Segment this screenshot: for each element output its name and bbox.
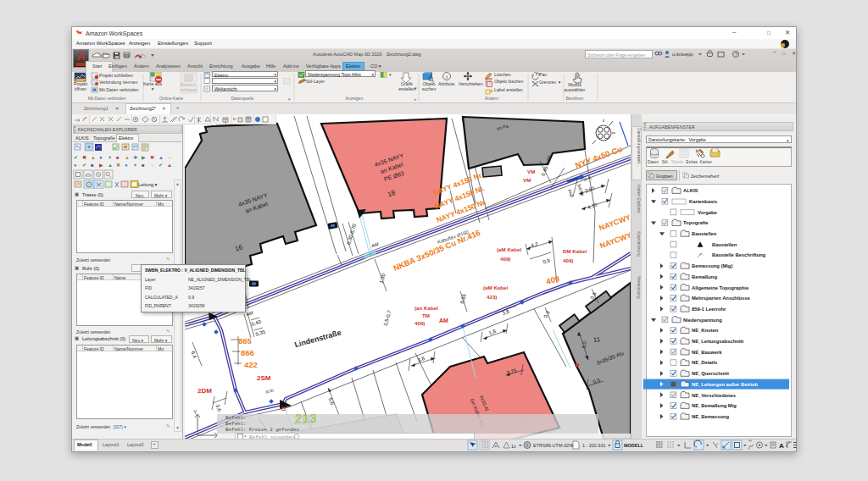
- svg-text:3,6: 3,6: [215, 404, 223, 413]
- svg-text:✖: ✖: [150, 155, 154, 160]
- svg-text:Baustelle Beschriftung: Baustelle Beschriftung: [712, 252, 766, 257]
- svg-text:4,10: 4,10: [587, 202, 598, 210]
- svg-text:NE_Verschiedenes: NE_Verschiedenes: [692, 393, 736, 398]
- svg-text:866: 866: [241, 348, 254, 357]
- svg-text:VM: VM: [523, 177, 531, 183]
- svg-text:■: ■: [116, 155, 120, 160]
- svg-text:NE_Knoten: NE_Knoten: [692, 328, 719, 333]
- svg-text:0,5-0,7: 0,5-0,7: [383, 309, 392, 326]
- svg-text:u.knoepp: u.knoepp: [672, 52, 693, 57]
- svg-text:ETRS89.UTM-32N: ETRS89.UTM-32N: [533, 443, 572, 448]
- svg-text:0,55: 0,55: [459, 293, 467, 305]
- svg-text:2,60: 2,60: [584, 185, 596, 194]
- svg-text:2DM: 2DM: [198, 387, 212, 395]
- svg-text:✔: ✔: [82, 163, 86, 168]
- svg-text:4,2: 4,2: [531, 241, 539, 248]
- svg-text:NE_Querschnitt: NE_Querschnitt: [692, 371, 729, 376]
- svg-text:865: 865: [238, 336, 253, 346]
- svg-text:▶: ▶: [142, 155, 146, 160]
- svg-text:Bemaßung: Bemaßung: [692, 274, 717, 279]
- svg-text:END: END: [567, 189, 574, 198]
- svg-text:→: →: [150, 163, 155, 168]
- svg-text:NAYCWY: NAYCWY: [598, 213, 631, 232]
- svg-text:NE_Leitungsabschnitt: NE_Leitungsabschnitt: [692, 339, 743, 344]
- svg-text:NAYCWY: NAYCWY: [598, 230, 631, 250]
- svg-text:AM: AM: [370, 241, 380, 249]
- svg-text:Kartenbasis: Kartenbasis: [689, 199, 717, 204]
- svg-text:Bemassung (Mig): Bemassung (Mig): [692, 263, 732, 268]
- svg-text:▶: ▶: [99, 163, 103, 168]
- svg-text:Baustellen: Baustellen: [712, 242, 737, 247]
- svg-text:Mehrsparten Anschlüsse: Mehrsparten Anschlüsse: [692, 296, 751, 301]
- svg-text:(aM Kabel: (aM Kabel: [497, 246, 522, 252]
- svg-text:AM: AM: [245, 310, 254, 318]
- svg-text:ALKIS: ALKIS: [683, 188, 698, 193]
- svg-text:(aM Kabel: (aM Kabel: [483, 285, 509, 290]
- svg-text:(0,6): (0,6): [265, 388, 275, 395]
- svg-text:✖: ✖: [116, 163, 120, 168]
- svg-text:5,6: 5,6: [328, 397, 336, 406]
- svg-text:Y: Y: [193, 409, 198, 415]
- svg-text:0,35: 0,35: [255, 329, 267, 337]
- svg-text:▲: ▲: [125, 155, 130, 160]
- svg-text:Baustellen: Baustellen: [692, 231, 717, 236]
- svg-text:0,3: 0,3: [542, 310, 550, 319]
- svg-text:0,30-0,70: 0,30-0,70: [346, 223, 357, 246]
- svg-text:▲: ▲: [108, 163, 113, 168]
- svg-text:●: ●: [74, 163, 77, 168]
- svg-text:11: 11: [593, 335, 601, 344]
- svg-text:Lindenstraße: Lindenstraße: [293, 329, 342, 350]
- svg-text:422: 422: [244, 360, 258, 369]
- svg-text:AM: AM: [439, 318, 448, 323]
- svg-text:→: →: [167, 155, 172, 160]
- svg-text:▲: ▲: [91, 155, 96, 160]
- svg-text:409): 409): [500, 256, 510, 262]
- svg-text:0,40: 0,40: [251, 319, 263, 327]
- svg-text:2SM: 2SM: [257, 374, 271, 382]
- svg-text:423): 423): [487, 294, 497, 300]
- svg-text:✦: ✦: [133, 163, 137, 168]
- svg-text:NE_Bauwerk: NE_Bauwerk: [692, 350, 722, 355]
- svg-text:409: 409: [545, 274, 560, 286]
- svg-text:859-1 Leerrohr: 859-1 Leerrohr: [692, 307, 726, 312]
- svg-text:●: ●: [125, 163, 128, 168]
- svg-text:NE_Leitungen außer Betrieb: NE_Leitungen außer Betrieb: [692, 382, 758, 387]
- svg-text:3xEND: 3xEND: [576, 184, 584, 197]
- svg-text:✦: ✦: [108, 155, 112, 160]
- svg-text:NE_Details: NE_Details: [692, 360, 717, 365]
- svg-text:✖: ✖: [82, 155, 86, 160]
- svg-text:TM: TM: [422, 312, 430, 318]
- svg-text:Vorgabe: Vorgabe: [698, 210, 718, 215]
- svg-text:1,30: 1,30: [379, 273, 387, 285]
- svg-text:i: i: [446, 74, 448, 80]
- svg-text:1 : 202.931: 1 : 202.931: [582, 443, 606, 448]
- svg-text:6,4: 6,4: [191, 351, 198, 360]
- svg-text:✔: ✔: [74, 155, 78, 160]
- svg-text:Allgemeine Topographie: Allgemeine Topographie: [692, 285, 749, 290]
- svg-text:1x: 1x: [511, 444, 516, 449]
- svg-text:(an Kabel: (an Kabel: [415, 305, 438, 311]
- svg-text:Niederspannung: Niederspannung: [683, 318, 722, 323]
- svg-text:409): 409): [563, 257, 573, 263]
- svg-text:■: ■: [142, 163, 145, 168]
- svg-text:VM: VM: [527, 169, 535, 174]
- svg-text:▲: ▲: [159, 155, 164, 160]
- svg-text:NE_Bemaßung Mig: NE_Bemaßung Mig: [692, 403, 737, 408]
- svg-text:Topografie: Topografie: [683, 220, 709, 225]
- svg-text:MODELL: MODELL: [624, 443, 644, 448]
- svg-text:●: ●: [99, 155, 103, 160]
- svg-text:A: A: [779, 442, 784, 450]
- svg-text:NE_Bemassung: NE_Bemassung: [692, 414, 730, 419]
- svg-text:■: ■: [91, 163, 94, 168]
- svg-text:1,8: 1,8: [488, 329, 497, 336]
- svg-text:✚: ✚: [133, 155, 137, 160]
- svg-text:0,9: 0,9: [542, 257, 551, 264]
- svg-text:✔: ✔: [159, 163, 163, 168]
- svg-text:DM Kabel: DM Kabel: [563, 248, 587, 254]
- svg-text:▲: ▲: [167, 163, 172, 168]
- svg-text:409): 409): [415, 320, 425, 326]
